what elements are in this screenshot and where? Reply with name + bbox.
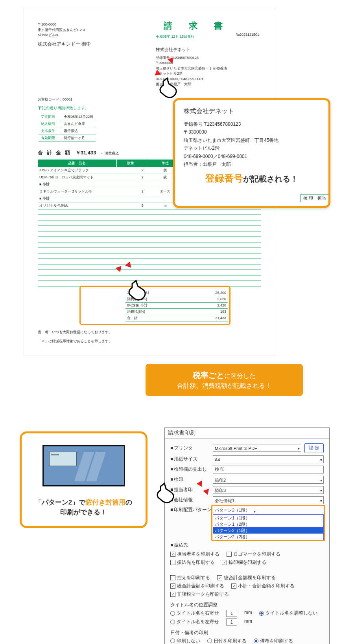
callout-person: 担当者：出根戸 太郎 (184, 160, 320, 168)
pointing-hand-icon (153, 482, 178, 507)
table-row (38, 220, 261, 226)
pattern-select[interactable]: パターン2（1段）▾ (213, 507, 257, 513)
sealhead-input[interactable]: 検 印 (213, 466, 324, 473)
paper-label: 用紙サイズ (170, 456, 213, 462)
rad-remark[interactable]: 備考を印刷する (254, 638, 293, 644)
summary-row: 消費税(8%)193 (125, 308, 228, 315)
table-row (38, 248, 261, 253)
rad-noadj[interactable]: タイトル名を調整しない (259, 610, 317, 617)
pointing-hand-icon (155, 77, 181, 102)
table-row (38, 259, 261, 264)
paper-select[interactable]: A4▾ (213, 455, 324, 463)
callout-postal: 〒3300000 (184, 128, 320, 136)
callout-company: 株式会社デネット (184, 107, 320, 116)
print-dialog: 請求書印刷 プリンタ Microsoft Print to PDF▾ 設 定 用… (164, 427, 330, 644)
chk-grandv[interactable]: ✓総合計金額を印刷する (170, 583, 224, 589)
callout-bldg: デネットビル2階 (184, 144, 320, 152)
left-offset-input[interactable] (226, 618, 237, 626)
table-row (38, 242, 261, 248)
company-bldg: デネットビル2階 (156, 71, 261, 77)
invoice-title: 請 求 書 (132, 20, 261, 32)
summary-row: 合 計31,433 (125, 315, 228, 321)
table-row (38, 253, 261, 259)
title-adjust-group: タイトル名の位置調整 (170, 602, 324, 608)
table-row (38, 237, 261, 242)
table-row (38, 264, 261, 270)
pattern-option[interactable]: パターン1（2段） (213, 521, 323, 527)
date-remark-group: 日付・備考の印刷 (170, 629, 324, 636)
rad-right[interactable]: タイトル名を右寄せ (170, 610, 219, 617)
chk-subtot[interactable]: ✓小計・合計金額を印刷する (231, 583, 295, 589)
sender-addr: 東京都千代田区あきんど1-2-3 (38, 28, 91, 33)
rad-date[interactable]: 日付を印刷する (207, 638, 247, 644)
registration-callout: 株式会社デネット 登録番号 T1234567890123 〒3300000 埼玉… (173, 98, 330, 208)
sender-postal: 〒100-0000 (38, 22, 91, 28)
company-addr: 埼玉県さいたま市大宮区宮盛町一丁目45番地 (156, 66, 261, 72)
invoice-meta: 受渡期日令和05年12月22日 納入場所あきんど倉庫 支払条件銀行振込 有効期限… (38, 113, 96, 142)
sender-name: 株式会社アキンドー 御中 (38, 40, 91, 48)
dest-label: 振込先 (170, 542, 213, 549)
rad-noprint[interactable]: 印刷しない (170, 638, 200, 644)
settings-button[interactable]: 設 定 (304, 443, 324, 453)
right-offset-input[interactable] (226, 610, 237, 617)
rad-left[interactable]: タイトル名を左寄せ (170, 618, 219, 626)
chk-grand[interactable]: ✓総合計金額欄を印刷する (217, 574, 276, 581)
chevron-down-icon: ▾ (298, 445, 300, 452)
summary-highlight-box: 10%対象 小計26,200消費税(10%)2,6208%対象 小計2,420消… (79, 286, 230, 325)
table-row (38, 215, 261, 220)
chk-sealcol[interactable]: ✓捺印欄を印刷する (222, 559, 266, 566)
seal-select[interactable]: 捺印2▾ (213, 476, 324, 484)
sealhead-label: 検印欄の見出し (170, 466, 213, 473)
envelope-callout: 「パターン2」で窓付き封筒用の 印刷ができる！ (20, 431, 148, 528)
envelope-illustration (42, 445, 125, 486)
chk-notax[interactable]: ✓非課税マークを印刷する (170, 591, 229, 598)
callout-caption: 登録番号が記載される！ (184, 168, 320, 186)
printer-label: プリンタ (170, 445, 213, 451)
tax-rate-banner: 税率ごとに区分した 合計額、消費税額が記載される！ (146, 364, 303, 396)
chk-logo[interactable]: ロゴマークを印刷する (227, 551, 280, 558)
pattern-option[interactable]: パターン1（1段） (213, 515, 323, 521)
callout-tel: 048-699-0000／048-699-0001 (184, 152, 320, 160)
pattern-dropdown[interactable]: パターン1（1段） パターン1（2段） パターン2（1段） パターン2（2段） (213, 514, 324, 540)
dialog-title: 請求書印刷 (165, 428, 329, 439)
invoice-remark2: 「※」は軽減税率対象であることを示します。 (38, 339, 261, 344)
person-select[interactable]: 捺印3▾ (213, 486, 324, 494)
table-row (38, 209, 261, 215)
pointing-hand-icon (124, 279, 149, 304)
invoice-number: №2023121501 (236, 33, 259, 37)
pattern-option-selected[interactable]: パターン2（1段） (213, 527, 323, 534)
chk-dest[interactable]: 振込先を印刷する (170, 559, 215, 566)
pattern-label: 印刷配置パターン (170, 506, 213, 513)
chk-copy[interactable]: 控えを印刷する (170, 574, 210, 581)
callout-seal-header: 検 印 担当 (301, 194, 328, 202)
chk-person[interactable]: ✓担当者名を印刷する (170, 551, 219, 558)
callout-reg: 登録番号 T1234567890123 (184, 120, 320, 128)
invoice-remark1: 備 考：いつも大変お世話になっております。 (38, 330, 261, 335)
company-select[interactable]: 会社情報1▾ (213, 496, 324, 504)
table-row (38, 226, 261, 231)
chevron-down-icon: ▾ (320, 457, 322, 464)
pattern-option[interactable]: パターン2（2段） (213, 534, 323, 540)
callout-addr: 埼玉県さいたま市大宮区宮盛町一丁目45番地 (184, 136, 320, 144)
sender-bldg: akindoビル3F (38, 33, 91, 38)
chevron-down-icon: ▾ (320, 497, 322, 505)
table-row (38, 231, 261, 237)
table-row (38, 270, 261, 275)
chevron-down-icon: ▾ (320, 487, 322, 494)
chevron-down-icon: ▾ (320, 477, 322, 484)
company-name: 株式会社デネット (156, 46, 261, 53)
printer-select[interactable]: Microsoft Print to PDF▾ (213, 444, 301, 452)
